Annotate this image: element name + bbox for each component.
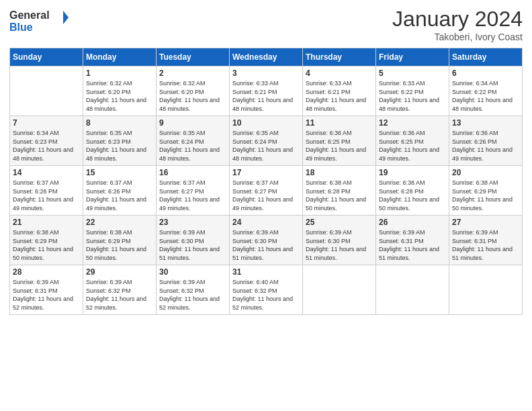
title-area: January 2024 Takoberi, Ivory Coast [392,7,523,42]
cell-info: Sunrise: 6:33 AM Sunset: 6:21 PM Dayligh… [232,79,300,113]
cell-info: Sunrise: 6:33 AM Sunset: 6:22 PM Dayligh… [379,79,446,113]
cell-info: Sunrise: 6:39 AM Sunset: 6:30 PM Dayligh… [232,228,300,262]
day-number: 23 [159,218,226,227]
calendar-cell: 24 Sunrise: 6:39 AM Sunset: 6:30 PM Dayl… [230,216,303,265]
col-sunday: Sunday [10,48,83,66]
day-number: 1 [86,68,153,78]
cell-info: Sunrise: 6:38 AM Sunset: 6:28 PM Dayligh… [379,179,446,212]
calendar-cell: 17 Sunrise: 6:37 AM Sunset: 6:27 PM Dayl… [230,166,303,216]
cell-info: Sunrise: 6:37 AM Sunset: 6:26 PM Dayligh… [13,179,80,212]
calendar-cell: 10 Sunrise: 6:35 AM Sunset: 6:24 PM Dayl… [230,116,303,166]
calendar-cell: 22 Sunrise: 6:38 AM Sunset: 6:29 PM Dayl… [83,216,157,265]
calendar-cell: 4 Sunrise: 6:33 AM Sunset: 6:21 PM Dayli… [303,66,376,116]
day-number: 27 [452,218,519,227]
month-title: January 2024 [392,7,523,32]
day-number: 2 [159,68,226,78]
cell-info: Sunrise: 6:36 AM Sunset: 6:25 PM Dayligh… [306,129,373,163]
header-area: General Blue January 2024 Takoberi, Ivor… [9,7,523,42]
cell-info: Sunrise: 6:39 AM Sunset: 6:31 PM Dayligh… [13,278,80,312]
day-number: 9 [159,118,226,128]
cell-info: Sunrise: 6:39 AM Sunset: 6:31 PM Dayligh… [452,228,519,262]
main-container: General Blue January 2024 Takoberi, Ivor… [0,0,532,322]
day-number: 30 [159,267,226,277]
calendar-cell: 30 Sunrise: 6:39 AM Sunset: 6:32 PM Dayl… [157,265,230,315]
day-number: 11 [306,118,373,128]
calendar-cell: 12 Sunrise: 6:36 AM Sunset: 6:25 PM Dayl… [376,116,449,166]
cell-info: Sunrise: 6:39 AM Sunset: 6:30 PM Dayligh… [159,228,226,262]
col-monday: Monday [83,48,157,66]
cell-info: Sunrise: 6:38 AM Sunset: 6:29 PM Dayligh… [452,179,519,212]
calendar-cell: 11 Sunrise: 6:36 AM Sunset: 6:25 PM Dayl… [303,116,376,166]
cell-info: Sunrise: 6:39 AM Sunset: 6:31 PM Dayligh… [379,228,446,262]
cell-info: Sunrise: 6:38 AM Sunset: 6:29 PM Dayligh… [13,228,80,262]
calendar-week-2: 14 Sunrise: 6:37 AM Sunset: 6:26 PM Dayl… [10,166,523,216]
calendar-week-1: 7 Sunrise: 6:34 AM Sunset: 6:23 PM Dayli… [10,116,523,166]
day-number: 18 [306,168,373,177]
calendar-cell: 2 Sunrise: 6:32 AM Sunset: 6:20 PM Dayli… [157,66,230,116]
calendar-cell: 6 Sunrise: 6:34 AM Sunset: 6:22 PM Dayli… [449,66,523,116]
calendar-cell: 7 Sunrise: 6:34 AM Sunset: 6:23 PM Dayli… [10,116,83,166]
cell-info: Sunrise: 6:35 AM Sunset: 6:24 PM Dayligh… [232,129,300,163]
day-number: 10 [232,118,300,128]
calendar-cell: 16 Sunrise: 6:37 AM Sunset: 6:27 PM Dayl… [157,166,230,216]
day-number: 24 [232,218,300,227]
cell-info: Sunrise: 6:36 AM Sunset: 6:26 PM Dayligh… [452,129,519,163]
day-number: 31 [232,267,300,277]
calendar-body: 1 Sunrise: 6:32 AM Sunset: 6:20 PM Dayli… [10,66,523,315]
cell-info: Sunrise: 6:40 AM Sunset: 6:32 PM Dayligh… [232,278,300,312]
day-number: 20 [452,168,519,177]
col-wednesday: Wednesday [230,48,303,66]
day-number: 3 [232,68,300,78]
svg-text:Blue: Blue [9,21,33,32]
calendar-cell: 14 Sunrise: 6:37 AM Sunset: 6:26 PM Dayl… [10,166,83,216]
day-number: 28 [13,267,80,277]
calendar-cell [449,265,523,315]
day-number: 29 [86,267,153,277]
calendar-week-0: 1 Sunrise: 6:32 AM Sunset: 6:20 PM Dayli… [10,66,523,116]
cell-info: Sunrise: 6:35 AM Sunset: 6:23 PM Dayligh… [86,129,153,163]
logo-image: General Blue [9,7,69,32]
day-number: 7 [13,118,80,128]
cell-info: Sunrise: 6:39 AM Sunset: 6:32 PM Dayligh… [86,278,153,312]
day-number: 25 [306,218,373,227]
day-number: 26 [379,218,446,227]
cell-info: Sunrise: 6:38 AM Sunset: 6:28 PM Dayligh… [306,179,373,212]
calendar-cell: 23 Sunrise: 6:39 AM Sunset: 6:30 PM Dayl… [157,216,230,265]
day-number: 15 [86,168,153,177]
cell-info: Sunrise: 6:32 AM Sunset: 6:20 PM Dayligh… [159,79,226,113]
col-thursday: Thursday [303,48,376,66]
col-tuesday: Tuesday [157,48,230,66]
day-number: 19 [379,168,446,177]
day-number: 13 [452,118,519,128]
svg-text:General: General [9,9,50,21]
calendar-week-3: 21 Sunrise: 6:38 AM Sunset: 6:29 PM Dayl… [10,216,523,265]
calendar-cell: 18 Sunrise: 6:38 AM Sunset: 6:28 PM Dayl… [303,166,376,216]
calendar-cell [303,265,376,315]
calendar-week-4: 28 Sunrise: 6:39 AM Sunset: 6:31 PM Dayl… [10,265,523,315]
day-number: 4 [306,68,373,78]
day-number: 12 [379,118,446,128]
cell-info: Sunrise: 6:39 AM Sunset: 6:30 PM Dayligh… [306,228,373,262]
cell-info: Sunrise: 6:33 AM Sunset: 6:21 PM Dayligh… [306,79,373,113]
day-number: 6 [452,68,519,78]
calendar-cell: 31 Sunrise: 6:40 AM Sunset: 6:32 PM Dayl… [230,265,303,315]
day-number: 8 [86,118,153,128]
calendar-cell: 15 Sunrise: 6:37 AM Sunset: 6:26 PM Dayl… [83,166,157,216]
cell-info: Sunrise: 6:38 AM Sunset: 6:29 PM Dayligh… [86,228,153,262]
calendar-cell: 5 Sunrise: 6:33 AM Sunset: 6:22 PM Dayli… [376,66,449,116]
day-number: 16 [159,168,226,177]
col-saturday: Saturday [449,48,523,66]
calendar-cell: 20 Sunrise: 6:38 AM Sunset: 6:29 PM Dayl… [449,166,523,216]
calendar-cell: 21 Sunrise: 6:38 AM Sunset: 6:29 PM Dayl… [10,216,83,265]
logo: General Blue [9,7,69,35]
calendar-table: Sunday Monday Tuesday Wednesday Thursday… [9,48,523,315]
calendar-cell: 28 Sunrise: 6:39 AM Sunset: 6:31 PM Dayl… [10,265,83,315]
calendar-cell: 27 Sunrise: 6:39 AM Sunset: 6:31 PM Dayl… [449,216,523,265]
calendar-cell [376,265,449,315]
col-friday: Friday [376,48,449,66]
cell-info: Sunrise: 6:39 AM Sunset: 6:32 PM Dayligh… [159,278,226,312]
cell-info: Sunrise: 6:35 AM Sunset: 6:24 PM Dayligh… [159,129,226,163]
calendar-cell: 19 Sunrise: 6:38 AM Sunset: 6:28 PM Dayl… [376,166,449,216]
calendar-cell: 9 Sunrise: 6:35 AM Sunset: 6:24 PM Dayli… [157,116,230,166]
calendar-cell: 1 Sunrise: 6:32 AM Sunset: 6:20 PM Dayli… [83,66,157,116]
